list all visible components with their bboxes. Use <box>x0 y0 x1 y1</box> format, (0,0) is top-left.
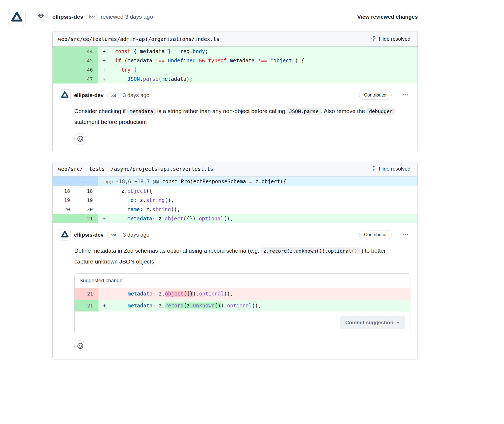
review-meta: reviewed 3 days ago <box>101 14 153 20</box>
line-number: 21 <box>75 288 98 300</box>
comment-timestamp[interactable]: 3 days ago <box>123 92 149 98</box>
hide-resolved-button[interactable]: Hide resolved <box>369 35 412 43</box>
bot-badge: bot <box>107 232 119 238</box>
inline-code: metadata <box>127 108 156 115</box>
code-line: const { metadata } = req.body; <box>111 47 417 56</box>
code-line: name: z.string(), <box>111 205 417 214</box>
line-number: 20 <box>75 205 98 214</box>
timeline-rail <box>41 0 41 424</box>
add-reaction-button[interactable] <box>74 133 86 145</box>
hunk-gutter: ... <box>53 176 75 186</box>
line-number: 19 <box>53 195 75 205</box>
comment-options-button[interactable] <box>401 91 410 99</box>
diff-line: 45 + if (metadata !== undefined && typeo… <box>53 56 417 65</box>
file-header: web/src/ee/features/admin-api/organizati… <box>53 31 417 47</box>
diff-line: 18 18 z.object({ <box>53 186 417 195</box>
contributor-badge: Contributor <box>359 230 392 239</box>
unfold-icon <box>371 36 377 42</box>
review-thread: ellipsis-dev bot reviewed 3 days ago Vie… <box>52 12 418 368</box>
unfold-icon <box>371 165 377 172</box>
review-comment-card-1: web/src/ee/features/admin-api/organizati… <box>52 31 418 152</box>
line-number: 21 <box>75 300 98 311</box>
hide-resolved-label: Hide resolved <box>379 166 410 172</box>
hide-resolved-label: Hide resolved <box>379 36 410 42</box>
line-number: 45 <box>75 56 98 65</box>
diff-line: 19 19 id: z.string(), <box>53 195 417 205</box>
line-number: 46 <box>75 65 98 74</box>
line-number <box>53 214 75 223</box>
kebab-icon <box>402 92 409 99</box>
hunk-gutter: ... <box>75 176 98 186</box>
hunk-header-line: ... ... @@ -18,6 +18,7 @@ const ProjectR… <box>53 176 417 186</box>
code-line: z.object({ <box>111 186 417 195</box>
review-header: ellipsis-dev bot reviewed 3 days ago Vie… <box>52 12 418 22</box>
line-number: 19 <box>75 195 98 205</box>
reviewer-name[interactable]: ellipsis-dev <box>52 14 83 20</box>
ellipsis-logo-icon <box>11 11 23 24</box>
diff-sign: + <box>98 56 111 65</box>
inline-code: debugger <box>366 108 395 115</box>
suggested-change-block: Suggested change 21 - metadata: z.object… <box>74 273 410 334</box>
ellipsis-logo-icon <box>61 230 69 239</box>
eye-icon <box>38 12 44 20</box>
inline-code: JSON.parse <box>287 108 321 115</box>
code-line: JSON.parse(metadata); <box>111 74 417 83</box>
diff-sign: + <box>98 74 111 83</box>
diff-sign: + <box>98 300 111 311</box>
inline-code: z.record(z.unknown()).optional() <box>261 248 360 254</box>
comment-author[interactable]: ellipsis-dev <box>74 232 104 238</box>
bot-badge: bot <box>107 92 119 98</box>
diff-sign: + <box>98 65 111 74</box>
review-comment: ellipsis-dev bot 3 days ago Contributor … <box>53 83 417 152</box>
view-reviewed-changes-link[interactable]: View reviewed changes <box>357 14 418 20</box>
diff-snippet: 44 + const { metadata } = req.body; 45 +… <box>53 47 417 83</box>
diff-sign: - <box>98 288 111 300</box>
line-number: 20 <box>53 205 75 214</box>
ellipsis-logo-icon <box>61 91 69 99</box>
diff-line: 47 + JSON.parse(metadata); <box>53 74 417 83</box>
code-line: metadata: z.record(z.unknown()).optional… <box>111 300 410 311</box>
diff-snippet: ... ... @@ -18,6 +18,7 @@ const ProjectR… <box>53 176 417 223</box>
diff-sign: + <box>98 214 111 223</box>
contributor-badge: Contributor <box>359 91 392 100</box>
line-number: 47 <box>75 74 98 83</box>
suggestion-added-line: 21 + metadata: z.record(z.unknown()).opt… <box>75 300 410 311</box>
diff-line: 46 + try { <box>53 65 417 74</box>
smiley-icon <box>77 136 84 143</box>
kebab-icon <box>402 231 409 239</box>
add-reaction-button[interactable] <box>74 340 86 352</box>
suggested-change-title: Suggested change <box>75 274 410 288</box>
commit-suggestion-label: Commit suggestion <box>345 320 393 326</box>
comment-body: Define metadata in Zod schemas as option… <box>74 245 405 267</box>
code-line: if (metadata !== undefined && typeof met… <box>111 56 417 65</box>
bot-badge: bot <box>86 14 98 20</box>
hunk-text: @@ -18,6 +18,7 @@ const ProjectResponseS… <box>98 176 417 186</box>
commit-suggestion-button[interactable]: Commit suggestion <box>340 316 405 329</box>
suggestion-deleted-line: 21 - metadata: z.object({}).optional(), <box>75 288 410 300</box>
diff-line: 20 20 name: z.string(), <box>53 205 417 214</box>
comment-timestamp[interactable]: 3 days ago <box>123 232 149 238</box>
comment-header: ellipsis-dev bot 3 days ago Contributor <box>59 229 410 240</box>
line-number: 44 <box>75 47 98 56</box>
suggestion-footer: Commit suggestion <box>75 311 410 334</box>
line-number: 18 <box>53 186 75 195</box>
comment-header: ellipsis-dev bot 3 days ago Contributor <box>59 89 410 101</box>
comment-options-button[interactable] <box>401 231 410 239</box>
comment-avatar[interactable] <box>59 229 71 240</box>
code-line: metadata: z.object({}).optional(), <box>111 288 410 300</box>
code-line: id: z.string(), <box>111 195 417 205</box>
comment-avatar[interactable] <box>59 89 71 101</box>
line-number: 21 <box>75 214 98 223</box>
comment-author[interactable]: ellipsis-dev <box>74 92 104 98</box>
file-path[interactable]: web/src/__tests__/async/projects-api.ser… <box>58 166 213 172</box>
file-header: web/src/__tests__/async/projects-api.ser… <box>53 161 417 176</box>
code-line: try { <box>111 65 417 74</box>
reviewer-avatar[interactable] <box>8 9 25 26</box>
diff-line: 21 + metadata: z.object({}).optional(), <box>53 214 417 223</box>
file-path[interactable]: web/src/ee/features/admin-api/organizati… <box>58 36 219 42</box>
diff-line: 44 + const { metadata } = req.body; <box>53 47 417 56</box>
hide-resolved-button[interactable]: Hide resolved <box>369 165 412 172</box>
smiley-icon <box>77 343 84 350</box>
review-comment-card-2: web/src/__tests__/async/projects-api.ser… <box>52 161 418 359</box>
line-number: 18 <box>75 186 98 195</box>
